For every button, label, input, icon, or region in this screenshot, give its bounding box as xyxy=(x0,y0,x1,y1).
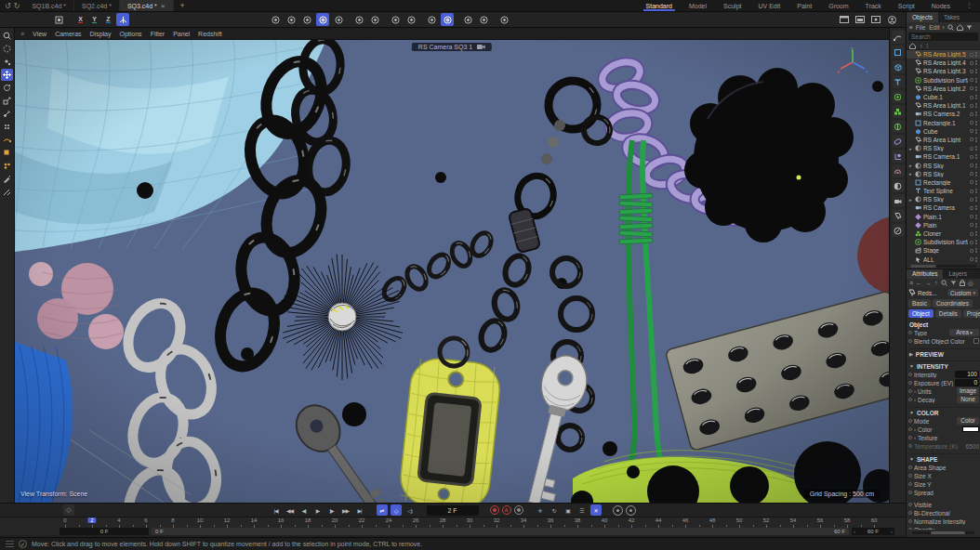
user-account-icon[interactable] xyxy=(885,13,898,26)
field-icon[interactable] xyxy=(892,164,905,177)
path-up-icon[interactable]: ↑ xyxy=(920,43,922,49)
om-more-icon[interactable]: › xyxy=(942,24,944,31)
simulate-icon[interactable] xyxy=(316,13,329,26)
attr-chip-coordinates[interactable]: Coordinates xyxy=(933,299,973,308)
object-item-rs-area-light[interactable]: RS Area Light xyxy=(907,136,980,144)
attr-filter-icon[interactable] xyxy=(950,281,957,285)
render-view-icon[interactable] xyxy=(269,13,282,26)
value-dropdown[interactable]: Area xyxy=(949,329,979,336)
visibility-dots[interactable] xyxy=(975,223,978,228)
visibility-dots[interactable] xyxy=(975,257,978,262)
go-end-button[interactable]: ▶| xyxy=(354,504,365,516)
visibility-dots[interactable] xyxy=(975,248,978,253)
solo-hierarchy-toggle[interactable] xyxy=(626,505,636,516)
layout-tab-nodes[interactable]: Nodes xyxy=(923,0,959,11)
axis-modifier-icon[interactable] xyxy=(368,13,381,26)
interactive-render-icon[interactable] xyxy=(300,13,313,26)
document-tab-2[interactable]: SQ3.c4d *× xyxy=(120,0,174,11)
enable-toggle[interactable] xyxy=(970,155,973,159)
panel-tab-objects[interactable]: Objects xyxy=(907,12,938,22)
symmetry-icon[interactable] xyxy=(892,120,905,133)
visibility-dots[interactable] xyxy=(975,60,978,65)
om-menu-file[interactable]: File xyxy=(916,24,925,31)
attr-back-icon[interactable]: ← xyxy=(916,280,922,286)
timeline-ruler[interactable]: 0246810121416182022242628303234363840424… xyxy=(0,517,906,535)
attr-group-color[interactable]: ▼COLOR xyxy=(909,407,980,416)
enable-toggle[interactable] xyxy=(970,138,973,141)
object-item-text-spline[interactable]: Text Spline xyxy=(907,187,980,195)
coordinate-system-icon[interactable] xyxy=(116,13,129,26)
layout-menu-icon[interactable]: ⋮ xyxy=(959,0,980,11)
enable-toggle[interactable] xyxy=(970,232,973,236)
enable-toggle[interactable] xyxy=(970,61,973,65)
object-item-rectangle[interactable]: Rectangle xyxy=(907,178,980,187)
spline-pen-icon[interactable] xyxy=(892,31,905,44)
om-filter-icon[interactable] xyxy=(966,25,973,30)
enable-toggle[interactable] xyxy=(970,215,973,218)
deformer-icon[interactable] xyxy=(892,135,905,148)
object-item-plain[interactable]: Plain xyxy=(907,221,980,229)
object-item-rectangle-1[interactable]: Rectangle.1 xyxy=(907,119,980,127)
material-icon[interactable] xyxy=(892,224,905,237)
document-tab-1[interactable]: SQ2.c4d * xyxy=(74,0,120,11)
next-key-button[interactable]: ▶▶ xyxy=(340,504,351,516)
object-item-rs-area-light-5[interactable]: RS Area Light.5 xyxy=(907,50,980,59)
polygon-pen-icon[interactable] xyxy=(1,147,13,159)
visibility-dots[interactable] xyxy=(975,205,978,210)
visibility-dots[interactable] xyxy=(975,240,978,244)
axis-mode-icon[interactable] xyxy=(352,13,365,26)
object-item-rs-camera-2[interactable]: RS Camera.2 xyxy=(907,110,980,118)
attributes-scrollbar[interactable] xyxy=(912,531,974,534)
visibility-dots[interactable] xyxy=(975,86,978,91)
object-item-rs-area-light-3[interactable]: RS Area Light.3 xyxy=(907,67,980,75)
live-selection-icon[interactable] xyxy=(1,43,13,55)
object-item-rs-camera[interactable]: RS Camera xyxy=(907,203,980,212)
measure-icon[interactable] xyxy=(497,13,510,26)
enable-toggle[interactable] xyxy=(970,257,973,261)
axis-toggle-z[interactable]: Z xyxy=(102,14,114,26)
cloner-icon[interactable] xyxy=(892,105,905,118)
current-frame-field[interactable]: 2 F xyxy=(427,505,479,516)
value-button[interactable]: Image xyxy=(957,387,979,395)
viewport-menu-panel[interactable]: Panel xyxy=(173,31,190,37)
om-home-icon[interactable] xyxy=(957,24,963,31)
points-tool-icon[interactable] xyxy=(1,160,13,172)
enable-toggle[interactable] xyxy=(970,164,973,167)
object-item-plain-1[interactable]: Plain.1 xyxy=(907,213,980,221)
rotate-tool-icon[interactable] xyxy=(1,82,13,94)
text-spline-icon[interactable] xyxy=(892,75,905,88)
picture-viewer-icon[interactable] xyxy=(869,13,882,26)
sky-icon[interactable] xyxy=(892,179,905,192)
expand-chevron-icon[interactable]: › xyxy=(914,397,916,402)
prev-frame-button[interactable]: ◀| xyxy=(298,504,310,516)
enable-toggle[interactable] xyxy=(970,147,973,151)
visibility-dots[interactable] xyxy=(975,197,978,202)
enable-toggle[interactable] xyxy=(970,129,973,133)
multi-move-icon[interactable] xyxy=(1,108,13,120)
viewport-menu-options[interactable]: Options xyxy=(120,31,142,37)
visibility-dots[interactable] xyxy=(975,164,978,168)
visibility-dots[interactable] xyxy=(975,95,978,99)
enable-toggle[interactable] xyxy=(970,78,973,82)
attr-chip-project[interactable]: Project xyxy=(963,309,980,318)
range-inc-arrow[interactable]: › xyxy=(891,528,893,535)
enable-toggle[interactable] xyxy=(970,198,973,202)
enable-toggle[interactable] xyxy=(970,172,973,176)
axis-toggle-y[interactable]: Y xyxy=(88,14,100,26)
path-more-icon[interactable]: ⁞ xyxy=(926,43,929,49)
panel-tab-attributes[interactable]: Attributes xyxy=(907,269,943,279)
layout-tab-groom[interactable]: Groom xyxy=(820,0,856,11)
record-scale-toggle[interactable]: ▣ xyxy=(563,504,574,516)
render-settings-icon[interactable] xyxy=(854,13,867,26)
enable-toggle[interactable] xyxy=(970,70,973,73)
expander-icon[interactable]: ▸ xyxy=(909,197,913,203)
keyframe-diamond-icon[interactable]: ◇ xyxy=(63,504,74,516)
expand-chevron-icon[interactable]: › xyxy=(914,388,916,394)
object-item-rs-sky[interactable]: ▸RS Sky xyxy=(907,195,980,203)
value-button[interactable]: None xyxy=(957,396,979,403)
object-item-stage[interactable]: Stage xyxy=(907,246,980,255)
enable-toggle[interactable] xyxy=(970,249,973,253)
attr-chip-basic[interactable]: Basic xyxy=(908,299,931,308)
quantize-toggle[interactable]: ◇ xyxy=(391,504,402,516)
enable-toggle[interactable] xyxy=(970,206,973,210)
